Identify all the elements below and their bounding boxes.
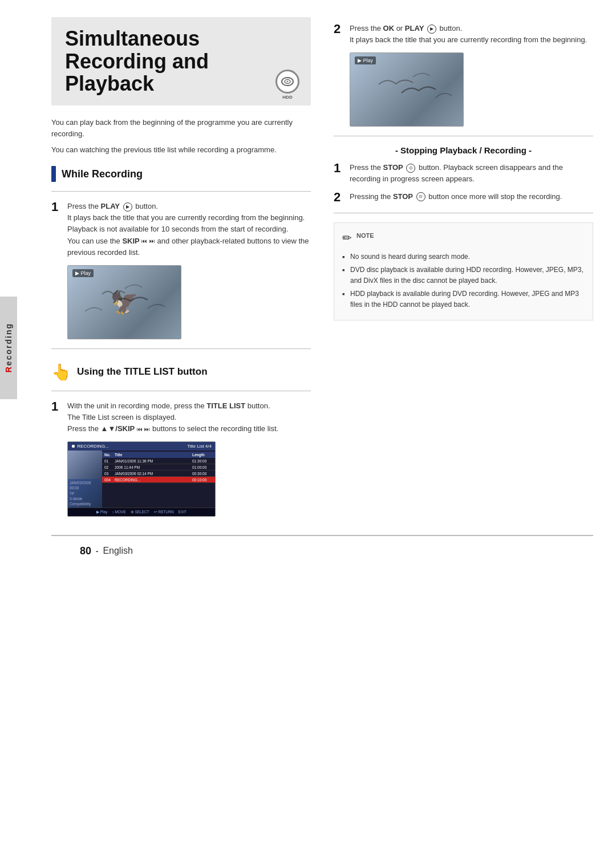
stop2-icon: ⊙ — [416, 192, 425, 201]
page-title-line2: Recording and Playback — [65, 50, 297, 95]
hdd-label: HDD — [282, 95, 292, 100]
tl-rows: No. Title Length 01 JAN/01/2006 11:36 PM… — [102, 451, 215, 507]
tl-row3-len: 00:30:00 — [192, 472, 213, 476]
tl-thumbnail: JAN/03/2006 00:00 TP V-Mode Compatibilit… — [68, 451, 102, 507]
tl-row2-len: 01:00:00 — [192, 465, 213, 469]
step1-play-bold: PLAY — [101, 202, 120, 210]
main-content: Simultaneous Recording and Playback HDD — [29, 0, 616, 848]
stop1-icon: ⊙ — [406, 164, 415, 173]
right-play-bold: PLAY — [405, 24, 424, 33]
tl-row-1: 01 JAN/01/2006 11:36 PM 01:30:00 — [102, 458, 215, 464]
intro-para1: You can play back from the beginning of … — [51, 117, 311, 140]
tl-row-4: 004 RECORDING... 00:10:00 — [102, 477, 215, 483]
tl-footer: ▶ Play ↕ MOVE ⊕ SELECT ↩ RETURN EXIT — [68, 508, 215, 516]
stop-step1: 1 Press the STOP ⊙ button. Playback scre… — [334, 162, 593, 185]
tl-thumb-img — [68, 451, 102, 479]
birds-svg-left — [68, 266, 181, 339]
tl-row4-title: RECORDING... — [115, 478, 190, 482]
divider-before-title-list — [51, 348, 311, 349]
tl-col-len: Length — [192, 453, 213, 457]
divider-after-heading — [51, 191, 311, 192]
note-box: ✏ NOTE No sound is heard during search m… — [334, 222, 593, 320]
note-item-2: DVD disc playback is available during HD… — [342, 265, 585, 286]
birds-svg-right — [350, 53, 464, 127]
note-pencil-icon: ✏ — [342, 229, 352, 247]
stop-step2-number: 2 — [334, 191, 344, 204]
side-tab-r: R — [4, 366, 13, 373]
tl-footer-exit: EXIT — [179, 510, 187, 514]
right-step2: 2 Press the OK or PLAY ▶ button. It play… — [334, 23, 593, 46]
stop-step2-content: Pressing the STOP ⊙ button once more wil… — [350, 191, 562, 204]
stop1-bold: STOP — [383, 163, 403, 172]
stop-step2: 2 Pressing the STOP ⊙ button once more w… — [334, 191, 593, 204]
tl-compat: V-Mode Compatibility — [70, 496, 100, 506]
side-tab-rest: ecording — [4, 323, 13, 366]
tl-footer-select: ⊕ SELECT — [131, 510, 149, 514]
intro-para2: You can watching the previous title list… — [51, 144, 311, 156]
tl-footer-move: ↕ MOVE — [112, 510, 125, 514]
while-recording-heading: While Recording — [51, 166, 311, 182]
using-step1-number: 1 — [51, 400, 62, 435]
note-label: NOTE — [356, 231, 374, 241]
tl-thumb-info: JAN/03/2006 00:00 TP V-Mode Compatibilit… — [68, 479, 102, 507]
tl-footer-play: ▶ Play — [96, 510, 107, 514]
left-column: Simultaneous Recording and Playback HDD — [51, 17, 311, 524]
play-image-left: ▶ Play 🦅 — [67, 265, 181, 339]
play-image-right: ▶ Play — [350, 52, 464, 127]
page-separator: - — [96, 547, 98, 555]
skip-icon-right: ⏭ — [149, 237, 155, 246]
right-divider1 — [334, 136, 593, 136]
stop-step1-number: 1 — [334, 162, 344, 185]
using-title-list-label: Using the TITLE LIST button — [77, 366, 208, 378]
right-divider2 — [334, 213, 593, 213]
tl-row-3: 03 JAN/03/2006 02:14 PM 00:30:00 — [102, 470, 215, 477]
title-list-bold: TITLE LIST — [206, 401, 245, 410]
two-column-layout: Simultaneous Recording and Playback HDD — [51, 17, 593, 524]
using-skip-left: ⏮ — [137, 425, 143, 434]
hdd-svg — [281, 76, 294, 87]
tl-row4-no: 004 — [104, 478, 112, 482]
right-play-icon: ▶ — [427, 25, 436, 34]
using-title-list-heading: 👆 Using the TITLE LIST button — [51, 363, 311, 382]
tl-thumb-ch: TP — [70, 491, 100, 496]
note-header: ✏ NOTE — [342, 230, 585, 247]
hand-icon: 👆 — [51, 363, 71, 382]
right-column: 2 Press the OK or PLAY ▶ button. It play… — [334, 17, 593, 524]
tl-col-no: No. — [104, 453, 112, 457]
divider-after-using-heading — [51, 391, 311, 391]
stop2-bold: STOP — [393, 192, 413, 201]
page-number: 80 — [80, 545, 91, 557]
right-step2-content: Press the OK or PLAY ▶ button. It plays … — [350, 23, 587, 46]
stop-step1-content: Press the STOP ⊙ button. Playback screen… — [350, 162, 593, 185]
note-list: No sound is heard during search mode. DV… — [342, 251, 585, 311]
tl-header-left: ⏺ RECORDING... — [71, 444, 109, 449]
page-title-line1: Simultaneous — [65, 27, 297, 50]
tl-row1-title: JAN/01/2006 11:36 PM — [115, 459, 190, 463]
tl-row3-no: 03 — [104, 472, 112, 476]
using-skip-right: ⏭ — [144, 425, 150, 434]
page-footer: 80 - English — [51, 535, 593, 566]
svg-point-2 — [287, 81, 289, 82]
step1-number: 1 — [51, 201, 62, 258]
tl-row-2: 02 2006 11:44 PM 01:00:00 — [102, 464, 215, 470]
tl-header-right: Title List 4/4 — [187, 444, 212, 449]
tl-row2-no: 02 — [104, 465, 112, 469]
hdd-icon-block: HDD — [275, 70, 299, 100]
while-recording-step1: 1 Press the PLAY ▶ button. It plays back… — [51, 201, 311, 258]
stopping-playback-heading: - Stopping Playback / Recording - — [334, 145, 593, 155]
tl-row1-len: 01:30:00 — [192, 459, 213, 463]
tl-main-area: JAN/03/2006 00:00 TP V-Mode Compatibilit… — [68, 451, 215, 507]
tl-row3-title: JAN/03/2006 02:14 PM — [115, 472, 190, 476]
note-item-1: No sound is heard during search mode. — [342, 251, 585, 262]
hdd-circle-icon — [275, 70, 299, 94]
tl-col-title-header: Title — [115, 453, 190, 457]
side-recording-tab: Recording — [0, 297, 17, 399]
using-title-list-section: 👆 Using the TITLE LIST button 1 With the… — [51, 363, 311, 517]
page: Recording Simultaneous Recording and Pla… — [0, 0, 616, 848]
right-ok-bold: OK — [383, 24, 395, 33]
step1-content: Press the PLAY ▶ button. It plays back t… — [67, 201, 311, 258]
skip-icon-left: ⏮ — [141, 237, 147, 246]
play-button-icon: ▶ — [123, 202, 132, 212]
tl-thumb-date: JAN/03/2006 00:00 — [70, 480, 100, 490]
page-language: English — [103, 546, 132, 556]
